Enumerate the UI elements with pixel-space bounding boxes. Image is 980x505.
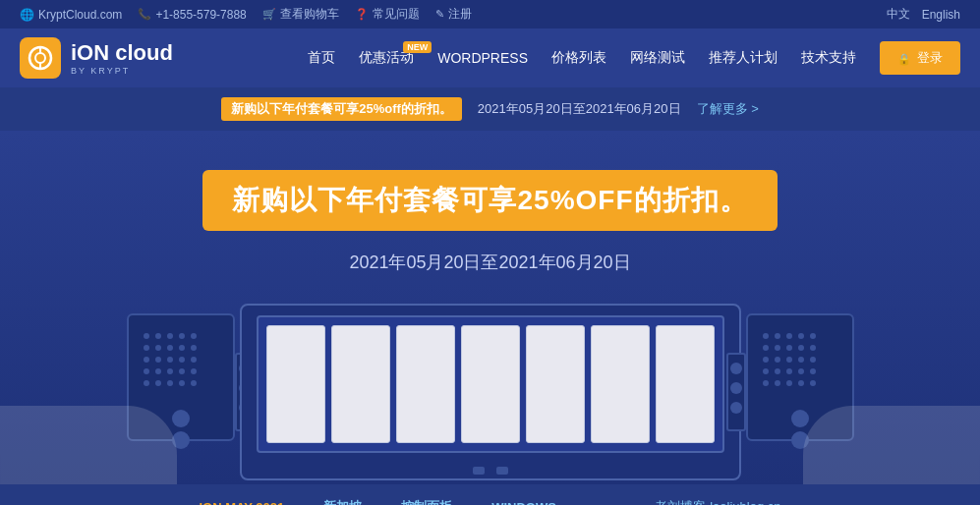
promo-strip-dates: 2021年05月20日至2021年06月20日	[478, 100, 681, 118]
footer-link-windows[interactable]: WINDOWS	[491, 500, 556, 506]
hero-title: 新购以下年付套餐可享25%OFF的折扣。	[202, 170, 777, 231]
dots-grid-right	[748, 315, 852, 406]
cloud-left	[0, 406, 177, 484]
hero-section: 新购以下年付套餐可享25%OFF的折扣。 2021年05月20日至2021年06…	[0, 131, 980, 484]
hero-date: 2021年05月20日至2021年06月20日	[0, 251, 980, 274]
promo-strip-highlight: 新购以下年付套餐可享25%off的折扣。	[221, 97, 462, 121]
register-link[interactable]: 注册	[435, 6, 472, 23]
promo-strip: 新购以下年付套餐可享25%off的折扣。 2021年05月20日至2021年06…	[0, 87, 980, 131]
nav-promotions[interactable]: 优惠活动 NEW	[359, 49, 414, 67]
nav-referral[interactable]: 推荐人计划	[709, 49, 778, 67]
nav-support[interactable]: 技术支持	[801, 49, 856, 67]
logo-icon	[20, 37, 61, 79]
lang-zh[interactable]: 中文	[887, 6, 910, 23]
new-badge: NEW	[403, 41, 432, 53]
top-nav-left: KryptCloud.com +1-855-579-7888 查看购物车 常见问…	[20, 6, 472, 23]
question-icon	[355, 8, 369, 21]
logo: iON cloud BY KRYPT	[20, 37, 173, 79]
cart-link[interactable]: 查看购物车	[262, 6, 339, 23]
website-link[interactable]: KryptCloud.com	[20, 8, 122, 22]
footer-link-panel[interactable]: 控制面板	[401, 498, 452, 505]
watermark: 老刘博客-laoliublog.cn	[655, 498, 781, 505]
logo-text: iON cloud BY KRYPT	[71, 40, 173, 76]
footer-links: ION MAY 2021 新加坡 控制面板 WINDOWS 老刘博客-laoli…	[0, 484, 980, 505]
lock-icon	[897, 51, 911, 66]
cart-icon	[262, 8, 276, 21]
register-icon	[435, 8, 444, 21]
phone-icon	[138, 8, 151, 21]
footer-link-singapore[interactable]: 新加坡	[323, 498, 362, 505]
phone-info: +1-855-579-7888	[138, 8, 246, 22]
nav-network[interactable]: 网络测试	[630, 49, 685, 67]
faq-link[interactable]: 常见问题	[355, 6, 420, 23]
nav-wordpress[interactable]: WORDPRESS	[437, 50, 528, 66]
footer-link-ion[interactable]: ION MAY 2021	[199, 500, 284, 506]
lang-en[interactable]: English	[922, 8, 960, 22]
nav-home[interactable]: 首页	[308, 49, 335, 67]
promo-strip-link[interactable]: 了解更多 >	[697, 100, 759, 118]
svg-point-1	[35, 53, 45, 63]
main-navigation: iON cloud BY KRYPT 首页 优惠活动 NEW WORDPRESS…	[0, 28, 980, 87]
nav-pricing[interactable]: 价格列表	[551, 49, 606, 67]
dots-grid-left	[129, 315, 233, 406]
login-button[interactable]: 登录	[880, 41, 960, 75]
cloud-right	[803, 406, 980, 484]
globe-icon	[20, 8, 34, 22]
top-nav-right: 中文 English	[887, 6, 960, 23]
cloud-decoration	[0, 406, 980, 484]
nav-links: 首页 优惠活动 NEW WORDPRESS 价格列表 网络测试 推荐人计划 技术…	[308, 41, 960, 75]
top-navigation: KryptCloud.com +1-855-579-7888 查看购物车 常见问…	[0, 0, 980, 28]
